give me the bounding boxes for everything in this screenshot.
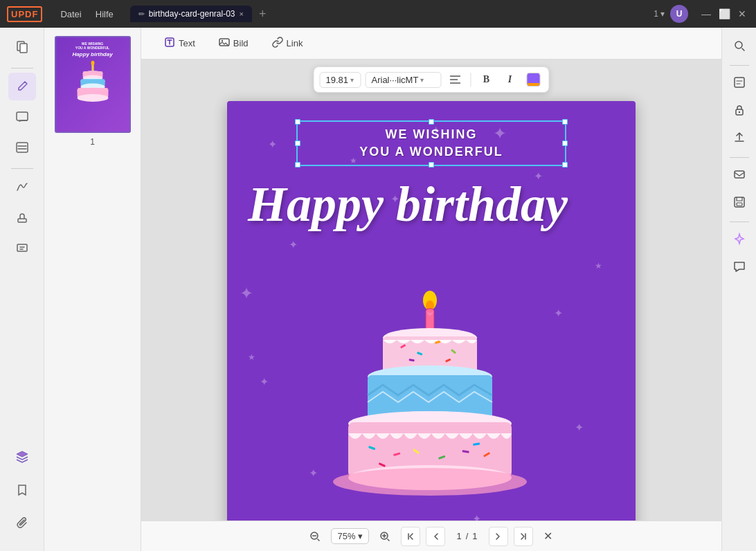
right-divider-2 (730, 157, 749, 158)
sidebar-redact-icon[interactable] (8, 234, 36, 262)
font-size-chevron: ▾ (350, 76, 354, 84)
status-bar: 75% ▾ 1 / 1 ✕ (141, 521, 721, 551)
color-picker-btn[interactable] (524, 70, 543, 89)
sidebar-comment-icon[interactable] (8, 103, 36, 131)
svg-rect-55 (737, 203, 742, 206)
color-swatch (527, 73, 541, 87)
formatting-toolbar: 19.81 ▾ Arial···licMT ▾ B I (314, 66, 550, 93)
zoom-in-btn[interactable] (375, 526, 395, 547)
svg-point-7 (91, 61, 94, 65)
text-box-selected[interactable]: WE WISHING YOU A WONDERFUL (296, 120, 566, 166)
text-tool-icon (164, 37, 175, 50)
font-name-chevron: ▾ (420, 76, 424, 84)
svg-rect-53 (735, 171, 744, 178)
svg-rect-5 (17, 244, 27, 251)
sidebar-edit-icon[interactable] (8, 73, 36, 100)
canvas-area[interactable]: ✦ ✦ ✦ ✦ ✦ ✦ ✦ ✦ ✦ ✦ ★ ★ ★ ✦ ✦ (141, 60, 721, 521)
menu-datei[interactable]: Datei (55, 6, 87, 22)
bold-btn[interactable]: B (477, 70, 496, 89)
text-tool-btn[interactable]: Text (155, 33, 204, 54)
svg-rect-2 (17, 112, 28, 120)
svg-point-19 (222, 40, 223, 42)
user-avatar[interactable]: U (670, 5, 688, 23)
resize-handle-tr[interactable] (562, 119, 568, 125)
menu-bar: Datei Hilfe (55, 6, 118, 22)
thumb-title-text: WE WISHINGYOU A WONDERFUL (75, 42, 109, 50)
image-tool-btn[interactable]: Bild (210, 33, 258, 54)
close-btn[interactable]: ✕ (735, 7, 749, 21)
close-bar-btn[interactable]: ✕ (539, 527, 558, 546)
sidebar-bookmark-icon[interactable] (8, 476, 36, 504)
link-tool-btn[interactable]: Link (263, 33, 312, 54)
prev-page-btn[interactable] (426, 527, 445, 546)
svg-point-16 (77, 94, 108, 102)
sidebar-divider-1 (11, 68, 33, 69)
right-chat-icon[interactable] (727, 254, 752, 279)
svg-point-46 (333, 468, 527, 496)
active-tab[interactable]: ✏ birthday-card-genral-03 × (130, 6, 252, 22)
right-email-icon[interactable] (727, 162, 752, 187)
right-ocr-icon[interactable] (727, 70, 752, 95)
resize-handle-tm[interactable] (429, 119, 434, 125)
right-divider-1 (730, 65, 749, 66)
sidebar-pages-icon[interactable] (8, 33, 36, 61)
link-tool-label: Link (287, 38, 303, 48)
sidebar-attachment-icon[interactable] (8, 509, 36, 537)
right-ai-icon[interactable] (727, 226, 752, 251)
resize-handle-tl[interactable] (295, 119, 300, 125)
font-name-field[interactable]: Arial···licMT ▾ (366, 72, 442, 88)
version-badge: 1 ▾ (654, 9, 665, 19)
right-divider-3 (730, 222, 749, 222)
tab-edit-icon: ✏ (138, 10, 145, 19)
main-layout: WE WISHINGYOU A WONDERFUL Happy birthday (0, 28, 756, 551)
resize-handle-bl[interactable] (295, 162, 300, 168)
menu-hilfe[interactable]: Hilfe (90, 6, 119, 22)
resize-handle-ml[interactable] (295, 141, 300, 146)
zoom-chevron: ▾ (358, 531, 363, 541)
window-controls: — ⬜ ✕ (699, 7, 749, 21)
document-page: ✦ ✦ ✦ ✦ ✦ ✦ ✦ ✦ ✦ ✦ ★ ★ ★ ✦ ✦ (227, 101, 636, 521)
image-tool-icon (219, 37, 230, 50)
page-thumbnail-1[interactable]: WE WISHINGYOU A WONDERFUL Happy birthday (55, 36, 131, 147)
svg-rect-4 (18, 219, 26, 222)
right-sidebar (721, 28, 756, 551)
add-tab-btn[interactable]: + (255, 7, 271, 21)
selected-text-content: WE WISHING YOU A WONDERFUL (305, 126, 558, 161)
zoom-display[interactable]: 75% ▾ (331, 528, 369, 544)
left-sidebar (0, 28, 44, 551)
main-toolbar: Text Bild Link (141, 28, 721, 60)
right-save-icon[interactable] (727, 190, 752, 215)
sidebar-divider-2 (11, 168, 33, 169)
svg-point-49 (735, 42, 742, 48)
zoom-out-btn[interactable] (305, 526, 325, 547)
font-name-value: Arial···licMT (372, 75, 419, 85)
first-page-btn[interactable] (401, 527, 420, 546)
resize-handle-br[interactable] (562, 162, 568, 168)
right-export-icon[interactable] (727, 125, 752, 150)
italic-btn[interactable]: I (501, 70, 520, 89)
tab-area: ✏ birthday-card-genral-03 × + (130, 6, 649, 22)
birthday-cake (300, 281, 563, 521)
minimize-btn[interactable]: — (699, 7, 713, 21)
right-secure-icon[interactable] (727, 98, 752, 123)
titlebar-right: 1 ▾ U — ⬜ ✕ (654, 5, 749, 23)
thumbnail-panel: WE WISHINGYOU A WONDERFUL Happy birthday (44, 28, 141, 551)
resize-handle-mr[interactable] (562, 141, 568, 146)
page-separator: / (466, 531, 469, 541)
thumb-page-number: 1 (90, 137, 95, 147)
maximize-btn[interactable]: ⬜ (717, 7, 731, 21)
fmt-divider-1 (471, 73, 471, 87)
tab-title: birthday-card-genral-03 (149, 9, 235, 19)
sidebar-stamp-icon[interactable] (8, 204, 36, 231)
tab-close-btn[interactable]: × (240, 10, 244, 18)
last-page-btn[interactable] (514, 527, 533, 546)
sidebar-layers-icon[interactable] (8, 443, 36, 471)
font-size-field[interactable]: 19.81 ▾ (320, 72, 361, 88)
right-search-icon[interactable] (727, 33, 752, 58)
sidebar-sign-icon[interactable] (8, 173, 36, 201)
resize-handle-bm[interactable] (429, 162, 434, 168)
zoom-value: 75% (337, 531, 355, 541)
sidebar-convert-icon[interactable] (8, 134, 36, 161)
align-btn[interactable] (446, 70, 465, 89)
next-page-btn[interactable] (489, 527, 508, 546)
